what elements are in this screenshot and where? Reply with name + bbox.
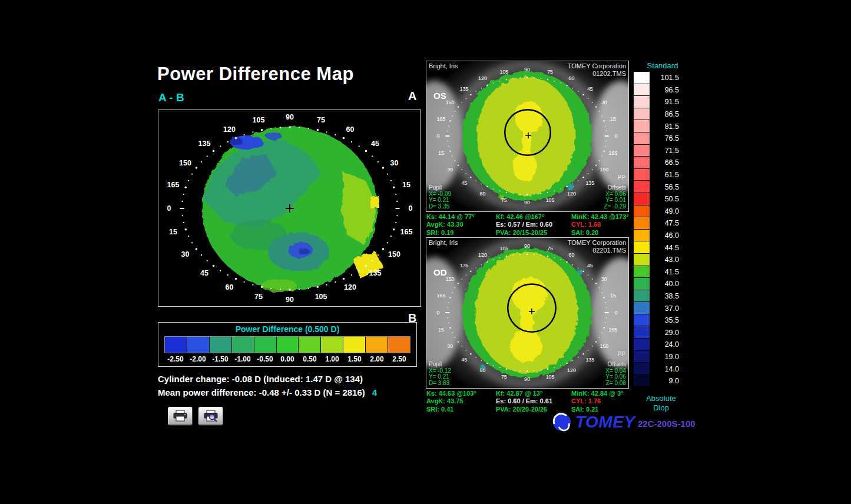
dial-label: 90 [286, 296, 294, 304]
dial-label: 75 [547, 246, 553, 251]
scale-swatch [634, 302, 650, 314]
scale-value: 37.0 [652, 304, 679, 313]
dial-label: 15 [438, 150, 444, 156]
dial-label: 15 [610, 293, 616, 299]
offsets-y: Y= 0.01 [604, 197, 626, 204]
dial-tick [343, 137, 345, 140]
scale-value: 86.5 [652, 110, 679, 118]
od-topography-map: 0153045607590105120135150165015304560759… [426, 238, 628, 388]
dial-tick [196, 167, 198, 169]
dial-tick [343, 278, 345, 280]
dial-label: 165 [167, 181, 180, 189]
dial-tick [582, 353, 584, 354]
scale-swatch [634, 314, 650, 327]
dial-label: 105 [546, 197, 555, 203]
dial-tick [466, 274, 467, 276]
dial-tick [560, 82, 561, 84]
dial-tick [599, 111, 600, 112]
scale-row: 35.5 [634, 314, 679, 327]
scale-swatch [634, 217, 650, 230]
device-model-label: 22C-200S-100 [638, 419, 696, 429]
dial-tick [244, 134, 245, 135]
dial-tick [470, 353, 471, 354]
dial-label: 90 [524, 200, 530, 205]
dial-tick [351, 141, 352, 142]
scale-swatch [634, 96, 650, 108]
dial-tick [595, 341, 597, 342]
offsets-readout: Offsets X= 0.04 Y= 0.06 Z= 0.08 [605, 362, 626, 386]
dial-tick [603, 297, 604, 298]
absolute-color-scale: 101.596.591.586.581.576.571.566.561.556.… [634, 72, 679, 387]
dial-tick [554, 367, 555, 368]
offsets-title: Offsets [605, 362, 626, 368]
dial-tick [601, 115, 602, 117]
dial-tick [595, 164, 597, 165]
scale-value: 14.0 [652, 365, 679, 373]
dial-tick [527, 370, 528, 372]
dial-tick [572, 183, 574, 184]
dial-label: 75 [317, 116, 325, 124]
dial-label: 165 [400, 228, 413, 236]
scale-value: 66.5 [652, 158, 679, 167]
dial-tick [201, 254, 202, 256]
dial-tick [513, 254, 514, 256]
dial-tick [455, 337, 456, 338]
legend-cell [187, 337, 209, 353]
dial-tick [554, 81, 555, 82]
dial-tick [448, 302, 449, 303]
vendor-label: TOMEY Corporation [568, 239, 626, 247]
dial-tick [506, 256, 507, 257]
scale-row: 19.0 [634, 351, 679, 363]
scale-row: 91.5 [634, 96, 679, 108]
dial-label: 150 [179, 159, 191, 167]
dial-tick [499, 257, 501, 258]
dial-label: 30 [181, 250, 190, 258]
dial-tick [235, 137, 237, 140]
dial-tick [184, 228, 187, 231]
dial-tick [188, 180, 189, 181]
dial-tick [461, 169, 462, 170]
dial-tick [534, 194, 535, 195]
exam-file-info: TOMEY Corporation 02201.TMS [568, 239, 626, 254]
legend-cell [320, 337, 343, 353]
dial-tick [601, 332, 602, 333]
dial-label: 90 [286, 113, 294, 121]
scale-swatch [634, 193, 650, 205]
scale-row: 81.5 [634, 120, 679, 132]
dial-label: 165 [609, 327, 618, 333]
dial-label: 75 [501, 197, 507, 203]
print-preview-button[interactable] [198, 407, 223, 425]
dial-tick [393, 228, 395, 231]
dial-tick [252, 131, 253, 132]
dial-label: 165 [437, 293, 446, 299]
legend-cell [165, 337, 187, 353]
dial-label: 15 [438, 327, 444, 333]
scale-value: 71.5 [652, 147, 679, 155]
dial-tick [395, 222, 396, 223]
dial-tick [578, 180, 579, 181]
scale-row: 76.5 [634, 132, 679, 145]
dial-tick [335, 134, 336, 135]
dial-tick [455, 111, 456, 112]
scale-swatch [634, 266, 650, 278]
dial-tick [481, 183, 482, 184]
legend-cell [343, 337, 365, 353]
print-button[interactable] [168, 407, 193, 425]
dial-tick [519, 254, 521, 255]
dial-tick [448, 322, 449, 323]
dial-tick [183, 194, 184, 195]
dial-tick [541, 78, 542, 79]
legend-cell-label: -0.50 [254, 355, 276, 363]
offsets-z: Z= -0.29 [604, 204, 626, 210]
dial-tick [588, 98, 589, 99]
dial-tick [486, 261, 488, 263]
dial-label: 135 [585, 180, 594, 186]
pupil-d: D= 3.35 [429, 204, 451, 210]
dial-tick [244, 281, 245, 283]
dial-tick [547, 192, 548, 193]
dial-zero-dash [396, 208, 400, 209]
os-map-panel: 0153045607590105120135150165015304560759… [426, 61, 629, 212]
legend-cell [298, 337, 320, 353]
dial-label: 15 [402, 181, 410, 189]
dial-tick [289, 289, 291, 291]
